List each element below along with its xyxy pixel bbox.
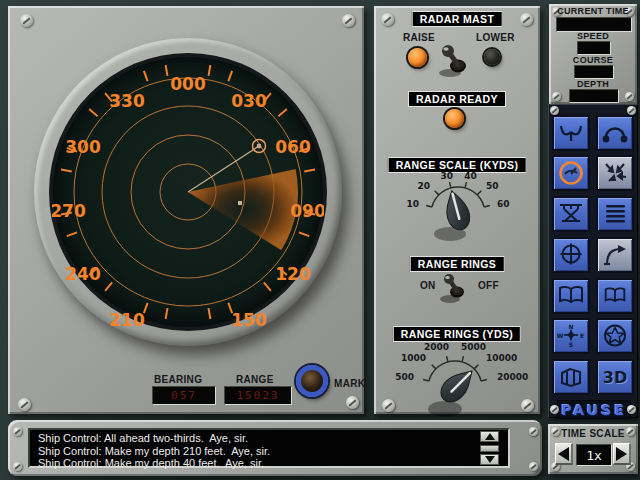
- scroll-up-button[interactable]: [480, 431, 499, 442]
- radar-ready-header: RADAR READY: [408, 91, 506, 107]
- course-display: [574, 65, 614, 79]
- arrow-left-icon: [558, 447, 569, 461]
- compass-label: 270: [52, 201, 86, 221]
- sonar-icon: [557, 120, 585, 146]
- radar-station-screen: { "radar": { "compass_labels": ["000","0…: [0, 0, 640, 480]
- curve-arrow-icon: [601, 242, 629, 268]
- compass-rose-icon: N S W E: [557, 323, 585, 349]
- radar-icon: [557, 160, 585, 186]
- screw: [529, 462, 538, 471]
- screw: [342, 14, 355, 27]
- compass-label: 060: [275, 137, 311, 157]
- log-scrollbar[interactable]: [480, 431, 499, 465]
- mark-button[interactable]: [296, 365, 328, 397]
- svg-text:N: N: [568, 323, 573, 330]
- message-log-screen: Ship Control: All ahead two-thirds. Aye,…: [28, 428, 510, 468]
- triangle-down-icon: [485, 456, 495, 463]
- compass-label: 330: [109, 91, 145, 111]
- crosshair-icon: [557, 242, 585, 268]
- triangle-up-icon: [485, 433, 495, 440]
- depth-display: [569, 89, 619, 103]
- bearing-value: 057: [171, 389, 197, 402]
- 3d-view-button[interactable]: 3D: [596, 359, 634, 395]
- compass-label: 120: [275, 264, 311, 284]
- reference-library-button[interactable]: [596, 278, 634, 314]
- open-book-icon: [557, 283, 585, 309]
- range-rings-yds-knob[interactable]: [409, 348, 501, 422]
- range-rings-yds-knob-area: 500 1000 2000 5000 10000 20000: [378, 342, 538, 414]
- towed-array-station-button[interactable]: [596, 115, 634, 151]
- screw: [550, 106, 559, 115]
- star-icon: [601, 323, 629, 349]
- rings-off-label: OFF: [478, 280, 499, 291]
- screw: [550, 405, 559, 414]
- bearing-label: BEARING: [154, 374, 202, 385]
- scroll-thumb[interactable]: [480, 445, 499, 452]
- 3d-icon: 3D: [603, 368, 627, 387]
- svg-text:W: W: [557, 332, 564, 339]
- periscope-station-button[interactable]: [596, 155, 634, 191]
- current-time-display: [556, 17, 632, 32]
- log-line: Ship Control: Make my depth 210 feet. Ay…: [38, 445, 508, 458]
- current-time-label: CURRENT TIME: [549, 6, 637, 16]
- svg-text:S: S: [569, 341, 573, 348]
- range-scale-knob[interactable]: [412, 174, 504, 248]
- pause-button[interactable]: PAUSE: [557, 400, 631, 419]
- compass-label: 240: [65, 264, 101, 284]
- screw: [627, 106, 636, 115]
- weapons-rack-icon: [557, 201, 585, 227]
- radar-mast-header: RADAR MAST: [412, 11, 503, 27]
- weapons-station-button[interactable]: [552, 196, 590, 232]
- tube-bars-icon: [601, 201, 629, 227]
- screw: [346, 396, 359, 409]
- lower-indicator-lamp: [484, 49, 500, 65]
- screw: [20, 14, 33, 27]
- navigation-station-button[interactable]: [552, 237, 590, 273]
- speed-label: SPEED: [549, 31, 637, 41]
- tubes-station-button[interactable]: [596, 196, 634, 232]
- radar-ready-lamp: [445, 109, 464, 128]
- compass-label: 300: [65, 137, 101, 157]
- time-scale-display: 1x: [576, 444, 612, 466]
- screw: [13, 462, 22, 471]
- headphones-icon: [601, 120, 629, 146]
- time-scale-value: 1x: [586, 448, 602, 463]
- radar-scope-panel: 000 030 060 090 120 150 180 210 240 270 …: [8, 6, 364, 414]
- nav-chart-station-button[interactable]: N S W E: [552, 318, 590, 354]
- time-scale-label: TIME SCALE: [548, 428, 638, 439]
- rings-on-label: ON: [420, 280, 436, 291]
- compass-label: 030: [231, 91, 267, 111]
- radar-bezel: 000 030 060 090 120 150 180 210 240 270 …: [34, 38, 342, 346]
- scroll-down-button[interactable]: [480, 454, 499, 465]
- mark-label: MARK: [334, 378, 365, 389]
- compass-label: 090: [290, 201, 324, 221]
- sonar-station-button[interactable]: [552, 115, 590, 151]
- maneuvering-station-button[interactable]: [596, 237, 634, 273]
- screw: [13, 427, 22, 436]
- range-scale-header: RANGE SCALE (KYDS): [388, 157, 527, 173]
- screw: [552, 92, 561, 101]
- radar-mast-toggle-switch[interactable]: [438, 42, 472, 78]
- screw: [18, 398, 31, 411]
- bearing-display: 057: [152, 386, 216, 405]
- range-scale-knob-area: 10 20 30 40 50 60: [383, 172, 533, 248]
- time-scale-increase-button[interactable]: [613, 443, 631, 465]
- map-view-button[interactable]: [552, 359, 590, 395]
- station-button-panel: N S W E 3D PAUSE: [548, 104, 638, 418]
- radar-scope-display[interactable]: 000 030 060 090 120 150 180 210 240 270 …: [52, 56, 324, 328]
- arrow-right-icon: [616, 447, 627, 461]
- range-rings-toggle-switch[interactable]: [440, 270, 470, 304]
- ship-log-button[interactable]: [552, 278, 590, 314]
- contact-marker-dot: [257, 144, 262, 149]
- raise-indicator-lamp: [408, 48, 427, 67]
- message-log-panel: Ship Control: All ahead two-thirds. Aye,…: [8, 420, 542, 476]
- time-scale-decrease-button[interactable]: [555, 443, 573, 465]
- time-scale-panel: TIME SCALE 1x: [548, 424, 638, 474]
- compass-label: 000: [170, 74, 206, 94]
- radar-station-button-active[interactable]: [552, 155, 590, 191]
- screw: [381, 13, 394, 26]
- course-label: COURSE: [549, 55, 637, 65]
- screw: [520, 13, 533, 26]
- mission-orders-button[interactable]: [596, 318, 634, 354]
- range-display: 15023: [224, 386, 292, 405]
